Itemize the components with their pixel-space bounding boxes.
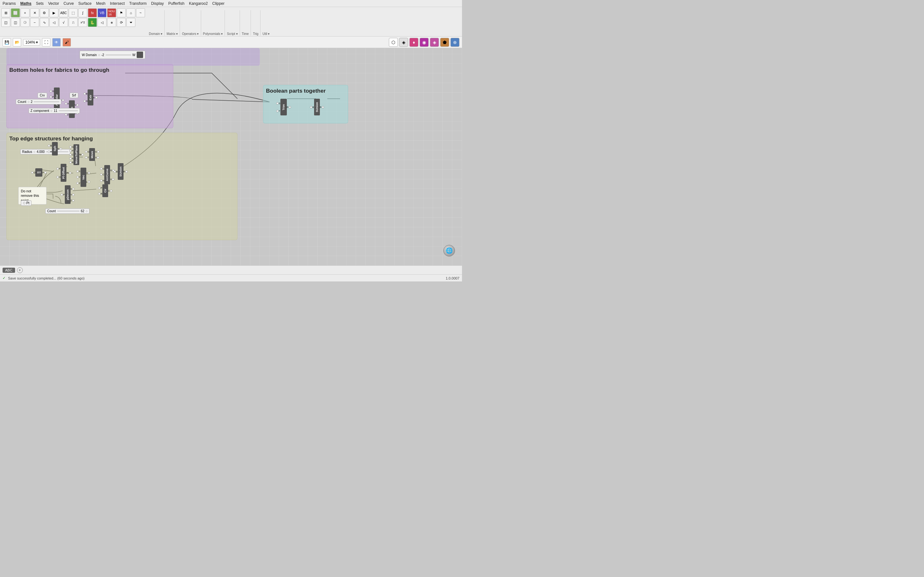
top-edge-title: Top edge structures for hanging <box>9 135 234 142</box>
settings-btn-1[interactable]: ⬡ <box>389 38 398 47</box>
boolean-title: Boolean parts together <box>266 88 345 94</box>
tb-btn-29[interactable]: ⏷ <box>126 18 136 27</box>
arrcurve-node[interactable]: G C N ArrCurve G X <box>100 165 115 184</box>
vec2-node[interactable]: X Y Z Vec V L <box>76 168 90 187</box>
menubar: Params Maths Sets Vector Curve Surface M… <box>0 0 462 7</box>
sph-node[interactable]: B R Sph S <box>48 142 62 155</box>
menu-sets[interactable]: Sets <box>36 1 44 6</box>
tb-btn-20[interactable]: ∿ <box>40 18 49 27</box>
tb-btn-12[interactable]: NOU16 <box>107 8 116 17</box>
zoom-display[interactable]: 104% ▾ <box>23 39 40 45</box>
menu-transform[interactable]: Transform <box>129 1 147 6</box>
wdomain-node[interactable]: W Domain ◇ -2 W <box>79 51 145 59</box>
toolbar-group-trig: Trig <box>251 10 260 35</box>
tb-btn-24[interactable]: x^2 <box>78 18 87 27</box>
compass-icon: 🌐 <box>443 245 455 256</box>
toolbar-group-operators: Operators ▾ <box>180 10 201 35</box>
menu-display[interactable]: Display <box>151 1 164 6</box>
crv-node[interactable]: Crv <box>37 93 47 98</box>
menu-vector[interactable]: Vector <box>48 1 59 6</box>
toolbar-group-polynomials: Polynomials ▾ <box>201 10 225 35</box>
tb-btn-8[interactable]: ⬚ <box>69 8 78 17</box>
view-toolbar: 💾 📂 104% ▾ ⛶ 👁 🖌 ⬡ ◈ ♦ ◉ ◈ ⬟ ⊕ <box>0 37 462 48</box>
tb-btn-6[interactable]: ▶ <box>49 8 58 17</box>
tb-btn-25[interactable]: 🐍 <box>88 18 97 27</box>
settings-btn-2[interactable]: ◈ <box>399 38 408 47</box>
boolean-group: Boolean parts together S T Trim R <box>263 85 348 123</box>
settings-btn-4[interactable]: ◉ <box>420 38 429 47</box>
cir-node[interactable]: P R Cir C <box>98 184 112 197</box>
toolbar-group-util: Util ▾ <box>260 10 271 35</box>
tb-btn-27[interactable]: ⎈ <box>107 18 116 27</box>
tb-btn-14[interactable]: ⌂ <box>126 8 136 17</box>
add-button[interactable]: + <box>17 268 23 273</box>
srf-node[interactable]: Srf <box>69 93 78 98</box>
arrpolar-port-g: G <box>50 90 54 92</box>
settings-btn-7[interactable]: ⊕ <box>451 38 459 47</box>
menu-pufferfish[interactable]: Pufferfish <box>168 1 184 6</box>
tb-btn-17[interactable]: ◫ <box>11 18 20 27</box>
ploffset-node[interactable]: P O Pl Offset Pl <box>57 164 71 182</box>
tb-btn-21[interactable]: ◁ <box>49 18 58 27</box>
radius-slider[interactable]: Radius ◇ 4.000 <box>20 149 70 155</box>
tb-btn-11[interactable]: VB <box>97 8 107 17</box>
tb-btn-16[interactable]: ◫ <box>1 18 10 27</box>
tb-btn-22[interactable]: √ <box>59 18 68 27</box>
extr-node[interactable]: B D Extr E <box>83 89 97 105</box>
open-button[interactable]: 📂 <box>13 38 21 47</box>
tb-btn-26[interactable]: ◁ <box>97 18 107 27</box>
menu-mesh[interactable]: Mesh <box>96 1 105 6</box>
zcomp-slider[interactable]: Z component ◇ 11 <box>29 108 80 113</box>
tb-btn-10[interactable]: fx <box>88 8 97 17</box>
tb-btn-13[interactable]: ⚑ <box>117 8 126 17</box>
paint-button[interactable]: 🖌 <box>63 38 71 47</box>
top-group: W Domain ◇ -2 W <box>6 48 260 66</box>
abc-button[interactable]: ABC <box>3 268 15 273</box>
settings-btn-3[interactable]: ♦ <box>409 38 418 47</box>
statusbar: ✓ Save successfully completed... (60 sec… <box>0 274 462 282</box>
menu-intersect[interactable]: Intersect <box>110 1 125 6</box>
xy-node[interactable]: O XY P <box>31 168 47 177</box>
tb-btn-9[interactable]: ∫ <box>78 8 87 17</box>
tb-btn-7[interactable]: ABC <box>59 8 68 17</box>
top-edge-group: Top edge structures for hanging Radius ◇… <box>6 133 237 240</box>
menu-params[interactable]: Params <box>3 1 16 6</box>
fullscreen-button[interactable]: ⛶ <box>42 38 50 47</box>
wdomain-label: W Domain <box>82 53 97 57</box>
toolbar-group-domain: Domain ▾ <box>147 10 165 35</box>
tb-btn-2[interactable]: ⬜ <box>11 8 20 17</box>
tb-btn-5[interactable]: ⚙ <box>40 8 49 17</box>
tb-btn-4[interactable]: ✕ <box>30 8 39 17</box>
menu-maths[interactable]: Maths <box>20 1 31 6</box>
menu-surface[interactable]: Surface <box>78 1 91 6</box>
tb-btn-3[interactable]: + <box>21 8 29 17</box>
sunion2-node[interactable]: B SUnion R <box>113 163 128 180</box>
count1-slider[interactable]: Count ◇ 2 <box>16 99 61 105</box>
tb-btn-1[interactable]: ⊞ <box>1 8 10 17</box>
pt-node[interactable]: Pt <box>21 200 31 206</box>
tb-btn-15[interactable]: ~ <box>136 8 145 17</box>
save-icon: ✓ <box>3 276 5 280</box>
menu-clipper[interactable]: Clipper <box>212 1 225 6</box>
tb-btn-19[interactable]: − <box>30 18 39 27</box>
tb-btn-28[interactable]: ⟳ <box>117 18 126 27</box>
sunion1-node[interactable]: B SUnion R <box>310 99 324 115</box>
toolbar-group-time: Time <box>240 10 251 35</box>
menu-kangaroo2[interactable]: Kangaroo2 <box>189 1 208 6</box>
pdecon-node[interactable]: P pDecon X Y Z <box>61 185 74 204</box>
canvas[interactable]: W Domain ◇ -2 W Bottom holes for fabrics… <box>0 48 462 266</box>
bottom-toolbar: ABC + <box>0 266 462 274</box>
preview-button[interactable]: 👁 <box>52 38 61 47</box>
movetop-node[interactable]: G P C A B MoveToPlane G <box>69 144 84 165</box>
count2-slider[interactable]: Count 62 ◇ <box>45 208 89 214</box>
tb-btn-23[interactable]: ⎍ <box>69 18 78 27</box>
save-button[interactable]: 💾 <box>3 38 11 47</box>
save-message: Save successfully completed... (60 secon… <box>8 276 84 280</box>
tb-btn-18[interactable]: ⚆ <box>21 18 29 27</box>
bottom-holes-group: Bottom holes for fabrics to go through C… <box>6 64 173 128</box>
trim-node[interactable]: S T Trim R <box>276 99 291 115</box>
settings-btn-5[interactable]: ◈ <box>430 38 439 47</box>
settings-btn-6[interactable]: ⬟ <box>440 38 449 47</box>
menu-curve[interactable]: Curve <box>63 1 74 6</box>
move-node[interactable]: G T Move G X <box>85 148 99 161</box>
